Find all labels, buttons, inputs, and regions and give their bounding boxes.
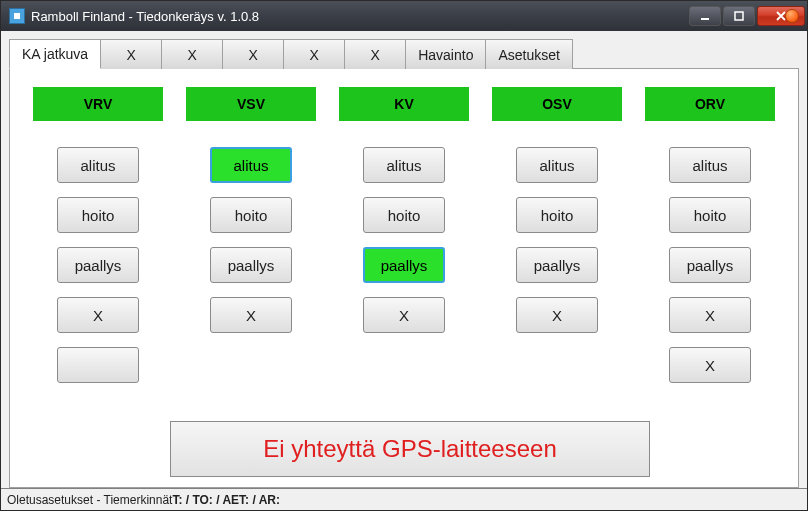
cell-button-vrv-3[interactable]: X — [57, 297, 139, 333]
cell-button-osv-1[interactable]: hoito — [516, 197, 598, 233]
cell-button-osv-2[interactable]: paallys — [516, 247, 598, 283]
cell-button-osv-0[interactable]: alitus — [516, 147, 598, 183]
tab-ka-jatkuva[interactable]: KA jatkuva — [9, 39, 101, 69]
tab-x-3[interactable]: X — [222, 39, 284, 69]
tab-asetukset[interactable]: Asetukset — [485, 39, 572, 69]
cell-button-orv-4[interactable]: X — [669, 347, 751, 383]
tab-x-4[interactable]: X — [283, 39, 345, 69]
cell-button-kv-2[interactable]: paallys — [363, 247, 445, 283]
app-icon — [9, 8, 25, 24]
tab-panel: VRValitushoitopaallysXVSValitushoitopaal… — [9, 68, 799, 488]
client-area: KA jatkuvaXXXXXHavaintoAsetukset VRValit… — [1, 31, 807, 488]
column-header-osv[interactable]: OSV — [492, 87, 622, 121]
minimize-icon — [699, 10, 711, 22]
svg-rect-0 — [701, 18, 709, 20]
cell-button-vsv-2[interactable]: paallys — [210, 247, 292, 283]
cell-button-osv-3[interactable]: X — [516, 297, 598, 333]
cell-button-orv-2[interactable]: paallys — [669, 247, 751, 283]
tab-havainto[interactable]: Havainto — [405, 39, 486, 69]
cell-button-kv-0[interactable]: alitus — [363, 147, 445, 183]
cell-button-kv-3[interactable]: X — [363, 297, 445, 333]
tab-x-1[interactable]: X — [100, 39, 162, 69]
window-title: Ramboll Finland - Tiedonkeräys v. 1.0.8 — [31, 9, 689, 24]
cell-button-vsv-3[interactable]: X — [210, 297, 292, 333]
column-orv: ORValitushoitopaallysXX — [640, 87, 780, 475]
maximize-button[interactable] — [723, 6, 755, 26]
column-osv: OSValitushoitopaallysX — [487, 87, 627, 475]
column-vsv: VSValitushoitopaallysX — [181, 87, 321, 475]
statusbar: Oletusasetukset - Tiemerkinnät T: / TO: … — [1, 488, 807, 510]
cell-button-vsv-0[interactable]: alitus — [210, 147, 292, 183]
cell-button-vrv-0[interactable]: alitus — [57, 147, 139, 183]
cell-button-vrv-4[interactable] — [57, 347, 139, 383]
cell-button-kv-1[interactable]: hoito — [363, 197, 445, 233]
app-window: Ramboll Finland - Tiedonkeräys v. 1.0.8 … — [0, 0, 808, 511]
columns-container: VRValitushoitopaallysXVSValitushoitopaal… — [28, 87, 780, 475]
cell-button-orv-3[interactable]: X — [669, 297, 751, 333]
tabstrip: KA jatkuvaXXXXXHavaintoAsetukset — [9, 39, 799, 69]
status-indicator-icon — [785, 9, 799, 23]
column-header-vrv[interactable]: VRV — [33, 87, 163, 121]
cell-button-vsv-1[interactable]: hoito — [210, 197, 292, 233]
gps-warning-banner: Ei yhteyttä GPS-laitteeseen — [170, 421, 650, 477]
status-values: T: / TO: / AET: / AR: — [172, 493, 280, 507]
cell-button-vrv-1[interactable]: hoito — [57, 197, 139, 233]
titlebar[interactable]: Ramboll Finland - Tiedonkeräys v. 1.0.8 — [1, 1, 807, 31]
status-prefix: Oletusasetukset - Tiemerkinnät — [7, 493, 172, 507]
column-kv: KValitushoitopaallysX — [334, 87, 474, 475]
column-header-orv[interactable]: ORV — [645, 87, 775, 121]
column-vrv: VRValitushoitopaallysX — [28, 87, 168, 475]
cell-button-orv-0[interactable]: alitus — [669, 147, 751, 183]
gps-warning-text: Ei yhteyttä GPS-laitteeseen — [263, 435, 556, 463]
maximize-icon — [733, 10, 745, 22]
minimize-button[interactable] — [689, 6, 721, 26]
cell-button-orv-1[interactable]: hoito — [669, 197, 751, 233]
tab-x-2[interactable]: X — [161, 39, 223, 69]
svg-rect-1 — [735, 12, 743, 20]
cell-button-vrv-2[interactable]: paallys — [57, 247, 139, 283]
column-header-kv[interactable]: KV — [339, 87, 469, 121]
tab-x-5[interactable]: X — [344, 39, 406, 69]
column-header-vsv[interactable]: VSV — [186, 87, 316, 121]
